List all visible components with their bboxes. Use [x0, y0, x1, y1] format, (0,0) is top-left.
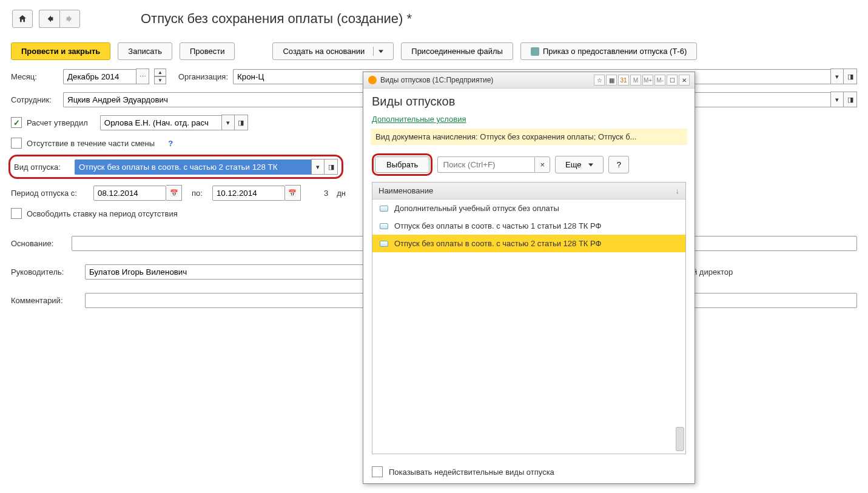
arrow-right-icon [65, 14, 75, 24]
list-item-label: Отпуск без оплаты в соотв. с частью 2 ст… [394, 239, 601, 248]
arrow-left-icon [45, 14, 55, 24]
modal-heading: Виды отпусков [372, 95, 686, 109]
list-item-label: Отпуск без оплаты в соотв. с частью 1 ст… [394, 221, 601, 230]
home-button[interactable] [12, 10, 33, 28]
org-label: Организация: [178, 72, 228, 81]
leave-types-modal: Виды отпусков (1С:Предприятие) ☆ ▦ 31 M … [363, 72, 695, 484]
col-name: Наименование [378, 186, 433, 195]
filter-info: Вид документа начисления: Отпуск без сох… [371, 129, 687, 145]
leave-types-list: Наименование ↓ Дополнительный учебный от… [372, 182, 686, 454]
list-item-label: Дополнительный учебный отпуск без оплаты [394, 204, 559, 213]
spinner-down-button[interactable]: ▼ [154, 76, 166, 84]
home-icon [18, 14, 27, 24]
partshift-label: Отсутствие в течение части смены [27, 139, 155, 148]
leave-type-open-button[interactable]: ◨ [325, 159, 338, 175]
mem-mminus-button[interactable]: M- [654, 75, 665, 86]
run-button[interactable]: Провести [180, 42, 235, 60]
leave-type-input[interactable] [75, 159, 311, 175]
list-header[interactable]: Наименование ↓ [372, 183, 685, 200]
action-row: Провести и закрыть Записать Провести Соз… [0, 38, 868, 65]
favorite-icon[interactable]: ☆ [594, 75, 605, 86]
modal-titlebar: Виды отпусков (1С:Предприятие) ☆ ▦ 31 M … [363, 72, 695, 89]
period-label: Период отпуска с: [11, 189, 89, 198]
print-order-label: Приказ о предоставлении отпуска (Т-6) [543, 47, 687, 56]
help-icon[interactable]: ? [168, 139, 173, 148]
approved-dropdown-button[interactable]: ▾ [221, 115, 235, 130]
print-order-button[interactable]: Приказ о предоставлении отпуска (Т-6) [520, 42, 697, 60]
days-unit: дн [337, 189, 346, 198]
create-based-label: Создать на основании [283, 47, 365, 56]
leave-type-icon [380, 206, 388, 212]
create-based-button[interactable]: Создать на основании [272, 42, 394, 60]
modal-footer: Показывать недействительные виды отпуска [363, 460, 695, 483]
org-dropdown-button[interactable]: ▾ [830, 69, 844, 84]
more-label: Еще [565, 160, 581, 169]
chevron-down-icon [588, 163, 593, 167]
scrollbar[interactable] [676, 201, 684, 452]
leave-type-dropdown-button[interactable]: ▾ [311, 159, 325, 175]
month-picker-button[interactable]: ⋯ [136, 69, 149, 84]
header-toolbar: Отпуск без сохранения оплаты (создание) … [0, 0, 868, 38]
date-to-input[interactable] [212, 186, 285, 201]
search-clear-button[interactable]: × [534, 156, 550, 173]
month-input[interactable] [63, 69, 136, 84]
reason-label: Основание: [11, 239, 67, 248]
partshift-checkbox[interactable] [11, 138, 22, 149]
days-value: 3 [324, 189, 328, 198]
spinner-up-button[interactable]: ▲ [154, 69, 166, 76]
help-button[interactable]: ? [608, 156, 629, 173]
leave-type-icon [380, 241, 388, 247]
comment-label: Комментарий: [11, 296, 80, 305]
mem-m-button[interactable]: M [630, 75, 641, 86]
calendar-to-button[interactable]: 📅 [285, 185, 301, 201]
modal-window-title: Виды отпусков (1С:Предприятие) [380, 76, 493, 84]
list-item[interactable]: Отпуск без оплаты в соотв. с частью 2 ст… [372, 235, 685, 252]
mem-mplus-button[interactable]: M+ [642, 75, 653, 86]
close-button[interactable]: ✕ [679, 75, 690, 86]
attached-files-button[interactable]: Присоединенные файлы [401, 42, 513, 60]
to-label: по: [192, 189, 203, 198]
employee-open-button[interactable]: ◨ [844, 92, 857, 107]
approved-by-input[interactable] [100, 115, 221, 130]
approved-open-button[interactable]: ◨ [235, 115, 248, 130]
sort-arrow-icon: ↓ [676, 186, 680, 195]
org-open-button[interactable]: ◨ [844, 69, 857, 84]
list-item[interactable]: Отпуск без оплаты в соотв. с частью 1 ст… [372, 217, 685, 235]
list-body: Дополнительный учебный отпуск без оплаты… [372, 200, 685, 454]
month-spinner: ▲ ▼ [154, 69, 166, 84]
calc-icon[interactable]: ▦ [606, 75, 617, 86]
approved-label: Расчет утвердил [27, 118, 88, 127]
save-button[interactable]: Записать [118, 42, 172, 60]
app-icon [368, 76, 377, 84]
list-item[interactable]: Дополнительный учебный отпуск без оплаты [372, 200, 685, 217]
back-button[interactable] [39, 10, 59, 28]
page-title: Отпуск без сохранения оплаты (создание) … [141, 11, 412, 27]
calendar-tool-icon[interactable]: 31 [618, 75, 629, 86]
select-button[interactable]: Выбрать [375, 156, 429, 173]
leave-type-label: Вид отпуска: [14, 163, 70, 172]
leave-type-icon [380, 223, 388, 229]
calendar-from-button[interactable]: 📅 [166, 185, 182, 201]
show-invalid-checkbox[interactable] [372, 466, 383, 477]
show-invalid-label: Показывать недействительные виды отпуска [389, 468, 554, 477]
additional-conditions-link[interactable]: Дополнительные условия [372, 115, 686, 124]
printer-icon [531, 47, 539, 56]
modal-body: Виды отпусков Дополнительные условия Вид… [363, 89, 695, 460]
chevron-down-icon [378, 49, 383, 54]
more-button[interactable]: Еще [555, 156, 604, 173]
run-and-close-button[interactable]: Провести и закрыть [11, 42, 110, 60]
employee-dropdown-button[interactable]: ▾ [830, 92, 844, 107]
nav-group [39, 10, 80, 28]
employee-label: Сотрудник: [11, 95, 58, 104]
search-input[interactable] [437, 156, 534, 173]
free-rate-checkbox[interactable] [11, 208, 22, 219]
modal-tools: Выбрать × Еще ? [372, 153, 686, 176]
leave-type-row: Вид отпуска: ▾ ◨ [8, 155, 343, 179]
approved-checkbox[interactable]: ✓ [11, 117, 22, 128]
manager-label: Руководитель: [11, 267, 80, 277]
date-from-input[interactable] [93, 186, 166, 201]
forward-button[interactable] [59, 10, 80, 28]
position-suffix: й директор [693, 267, 733, 277]
month-label: Месяц: [11, 72, 58, 81]
maximize-button[interactable]: ☐ [667, 75, 678, 86]
